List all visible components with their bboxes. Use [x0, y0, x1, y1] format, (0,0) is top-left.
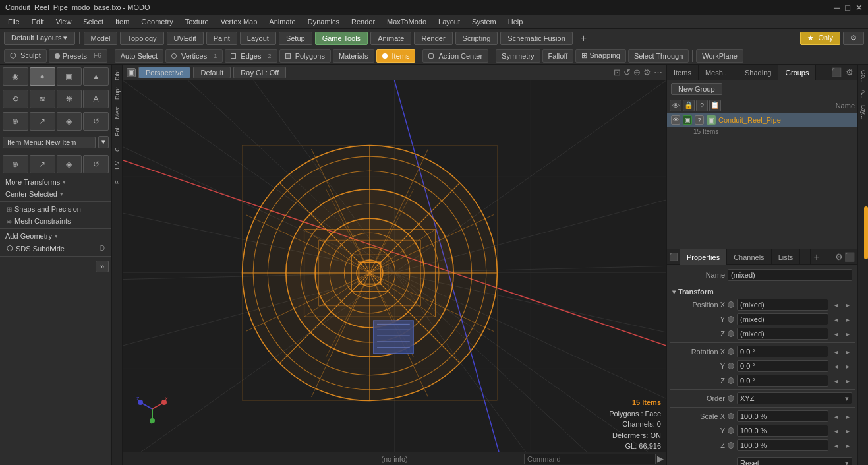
item-visibility[interactable]: 👁	[671, 115, 680, 125]
prop-scale-x-arrow2[interactable]: ▸	[843, 412, 852, 421]
strip-tab-go[interactable]: Go...	[859, 67, 868, 86]
tab-uvedit[interactable]: UVEdit	[167, 32, 204, 45]
list-item[interactable]: 👁 ▣ ? ▣ Conduit_Reel_Pipe	[667, 113, 857, 127]
menu-item[interactable]: Item	[110, 16, 134, 27]
prop-pos-y-value[interactable]: (mixed)	[737, 313, 828, 325]
props-tab-properties[interactable]: Properties	[680, 249, 727, 265]
sds-subdivide-item[interactable]: ⬡ SDS Subdivide D	[0, 242, 111, 255]
settings-btn[interactable]: ⚙	[843, 32, 864, 45]
tab-setup[interactable]: Setup	[279, 32, 312, 45]
props-tab-lists[interactable]: Lists	[772, 249, 801, 265]
item-render[interactable]: ?	[695, 115, 704, 125]
item-lock[interactable]: ▣	[683, 115, 692, 125]
star-only-btn[interactable]: ★ Only	[800, 32, 840, 45]
prop-pos-y-arrow[interactable]: ◂	[831, 315, 840, 324]
prop-scale-x-value[interactable]: 100.0 %	[737, 410, 828, 422]
vtab-dup[interactable]: Dup:	[113, 84, 122, 102]
tab-paint[interactable]: Paint	[206, 32, 237, 45]
default-btn[interactable]: Default	[193, 67, 231, 78]
prop-rot-x-arrow2[interactable]: ▸	[843, 347, 852, 356]
prop-rot-x-value[interactable]: 0.0 °	[737, 346, 828, 357]
prop-pos-z-value[interactable]: (mixed)	[737, 328, 828, 340]
tab-layout[interactable]: Layout	[240, 32, 276, 45]
center-selected-menu[interactable]: Center Selected ▾	[0, 188, 111, 200]
undo-tool[interactable]: ↺	[83, 112, 109, 131]
prop-rot-y-arrow[interactable]: ◂	[831, 361, 840, 371]
props-expand-icon[interactable]: ⬛	[844, 252, 855, 262]
mesh-constraints-item[interactable]: ≋ Mesh Constraints	[0, 215, 111, 227]
prop-pos-x-arrow[interactable]: ◂	[831, 300, 840, 309]
prop-rot-z-arrow2[interactable]: ▸	[843, 376, 852, 385]
tab-scripting[interactable]: Scripting	[455, 32, 498, 45]
items-btn[interactable]: Items	[376, 49, 416, 63]
symmetry-btn[interactable]: Symmetry	[496, 49, 540, 63]
info-btn[interactable]: ?	[696, 100, 708, 111]
tab-schematic[interactable]: Schematic Fusion	[500, 32, 572, 45]
vtab-dib[interactable]: Dib:	[113, 67, 122, 83]
tab-items[interactable]: Items	[667, 65, 699, 80]
perspective-btn[interactable]: Perspective	[138, 67, 190, 78]
menu-select[interactable]: Select	[78, 16, 109, 27]
prop-pos-z-dot[interactable]	[728, 330, 734, 337]
tab-animate[interactable]: Animate	[370, 32, 411, 45]
props-add-btn[interactable]: +	[810, 249, 823, 265]
tab-groups[interactable]: Groups	[778, 65, 816, 80]
materials-btn[interactable]: Materials	[333, 49, 374, 63]
sculpt-btn[interactable]: ⬡ Sculpt	[4, 49, 47, 63]
box-tool[interactable]: ▣	[57, 67, 82, 86]
vp-icon1[interactable]: ⊡	[614, 67, 621, 77]
polygons-btn[interactable]: Polygons	[279, 49, 331, 63]
strip-tab-a[interactable]: A...	[859, 87, 868, 102]
reset-tool[interactable]: ↺	[83, 155, 109, 173]
edges-btn[interactable]: Edges 2	[225, 49, 277, 63]
prop-scale-y-value[interactable]: 100.0 %	[737, 425, 828, 437]
prop-scale-y-arrow[interactable]: ◂	[831, 426, 840, 435]
prop-scale-y-dot[interactable]	[728, 427, 734, 434]
vertices-btn[interactable]: Vertices 1	[165, 49, 223, 63]
vp-icon5[interactable]: ⋯	[654, 67, 662, 77]
tab-topology[interactable]: Topology	[120, 32, 163, 45]
maximize-btn[interactable]: □	[845, 3, 850, 13]
select-tool[interactable]: ◈	[57, 112, 82, 131]
tab-gametools[interactable]: Game Tools	[315, 32, 368, 45]
menu-help[interactable]: Help	[503, 16, 529, 27]
add-geometry-menu[interactable]: Add Geometry ▾	[0, 230, 111, 242]
prop-rot-x-arrow[interactable]: ◂	[831, 347, 840, 356]
ball-tool[interactable]: ●	[30, 67, 55, 86]
tri-tool[interactable]: ▲	[83, 67, 109, 86]
presets-btn[interactable]: Presets F6	[49, 49, 107, 63]
rotate-tool[interactable]: ⟲	[3, 90, 28, 108]
prop-pos-x-value[interactable]: (mixed)	[737, 299, 828, 311]
tab-mesh[interactable]: Mesh ...	[699, 65, 738, 80]
snapping-btn[interactable]: ⊞ Snapping	[575, 49, 626, 63]
radial-tool[interactable]: ❋	[57, 90, 82, 108]
mesh-tool[interactable]: ≋	[30, 90, 55, 108]
viewport[interactable]: ▣ Perspective Default Ray GL: Off ⊡ ↺ ⊕ …	[123, 65, 666, 465]
prop-scale-z-dot[interactable]	[728, 442, 734, 449]
prop-order-dot[interactable]	[728, 395, 734, 402]
tab-model[interactable]: Model	[84, 32, 118, 45]
prop-pos-x-dot[interactable]	[728, 301, 734, 308]
menu-system[interactable]: System	[467, 16, 502, 27]
select-through-btn[interactable]: Select Through	[628, 49, 689, 63]
vtab-f[interactable]: F...	[113, 173, 122, 187]
props-expand-btn[interactable]: ⬛	[667, 249, 680, 265]
command-run-btn[interactable]: ▶	[657, 454, 664, 464]
strip-tab-lay[interactable]: Lay...	[859, 102, 868, 121]
close-btn[interactable]: ✕	[855, 3, 863, 13]
minimize-btn[interactable]: ─	[834, 3, 840, 13]
vtab-mes[interactable]: Mes:	[113, 104, 122, 122]
vp-icon3[interactable]: ⊕	[633, 67, 641, 77]
lock-btn[interactable]: 🔒	[683, 100, 695, 111]
prop-reset-dropdown[interactable]: Reset ▾	[737, 457, 852, 465]
add-tab-btn[interactable]: +	[575, 31, 592, 46]
vp-icon2[interactable]: ↺	[623, 67, 631, 77]
item-menu-arrow[interactable]: ▾	[98, 136, 109, 148]
item-menu-btn[interactable]: Item Menu: New Item	[3, 137, 96, 148]
add-tool[interactable]: ⊕	[3, 112, 28, 131]
prop-rot-y-dot[interactable]	[728, 363, 734, 369]
command-input[interactable]	[524, 454, 656, 464]
vtab-pol[interactable]: Pol:	[113, 123, 122, 139]
prop-rot-z-value[interactable]: 0.0 °	[737, 375, 828, 387]
settings-icon[interactable]: ⚙	[844, 66, 855, 78]
